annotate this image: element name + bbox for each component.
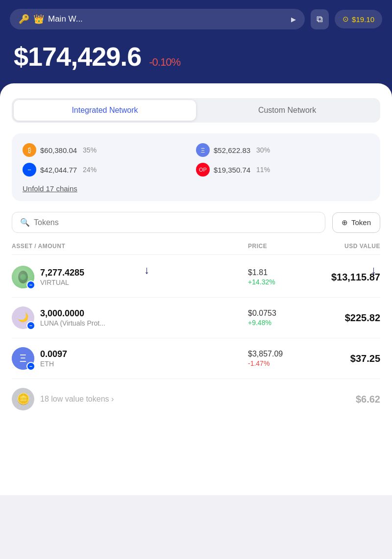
- chain-grid: ₿ $60,380.04 35% Ξ $52,622.83 30% − $42,…: [23, 143, 369, 177]
- total-balance: $174,429.6 -0.10%: [14, 41, 378, 72]
- luna-price-change: +9.48%: [248, 319, 317, 327]
- chain-breakdown: ₿ $60,380.04 35% Ξ $52,622.83 30% − $42,…: [12, 133, 380, 201]
- luna-usd-value: $225.82: [317, 312, 380, 324]
- token-row-luna[interactable]: 🌙 − 3,000.0000 LUNA (Virtuals Prot... $0…: [12, 298, 380, 338]
- base-pct: 24%: [83, 166, 97, 174]
- eth-badge-icon: −: [29, 364, 32, 369]
- op-pct: 11%: [256, 166, 270, 174]
- virtual-icon-wrap: −: [12, 266, 34, 288]
- eth-info: 0.0097 ETH: [40, 349, 67, 368]
- col-header-asset: ASSET / AMOUNT: [12, 243, 248, 250]
- arrow-indicator-usd: ↓: [371, 264, 376, 277]
- eth-price-value: $3,857.09: [248, 350, 317, 358]
- token-row-virtual[interactable]: ↓ ↓ − 7,277.4285 VIRTUAL: [12, 257, 380, 298]
- token-row-eth[interactable]: Ξ − 0.0097 ETH $3,857.09 -1.47% $37.25: [12, 338, 380, 379]
- luna-price-value: $0.0753: [248, 309, 317, 318]
- chain-item-btc: ₿ $60,380.04 35%: [23, 143, 196, 157]
- token-asset-luna: 🌙 − 3,000.0000 LUNA (Virtuals Prot...: [12, 306, 248, 329]
- key-icon: 🔑: [19, 14, 29, 25]
- eth-usd-value: $37.25: [317, 353, 380, 364]
- base-icon: −: [23, 163, 36, 177]
- btc-icon: ₿: [23, 143, 36, 157]
- tab-integrated-network[interactable]: Integrated Network: [14, 100, 196, 121]
- low-value-usd: $6.62: [356, 394, 380, 405]
- copy-button[interactable]: ⧉: [311, 9, 329, 29]
- base-amount: $42,044.77: [40, 166, 77, 174]
- eth-chain-badge: −: [26, 362, 35, 371]
- wallet-selector-button[interactable]: 🔑 👑 Main W... ▶: [10, 9, 305, 29]
- base-badge-icon: −: [29, 282, 32, 288]
- search-input[interactable]: [34, 218, 317, 227]
- luna-icon-wrap: 🌙 −: [12, 306, 34, 329]
- virtual-info: 7,277.4285 VIRTUAL: [40, 268, 84, 286]
- virtual-amount: 7,277.4285: [40, 268, 84, 278]
- chain-item-op: OP $19,350.74 11%: [196, 163, 369, 177]
- gas-balance-button[interactable]: ⊙ $19.10: [335, 10, 382, 28]
- luna-price: $0.0753 +9.48%: [248, 309, 317, 327]
- chain-item-base: − $42,044.77 24%: [23, 163, 196, 177]
- eth-chain-icon: Ξ: [196, 143, 210, 157]
- luna-info: 3,000.0000 LUNA (Virtuals Prot...: [40, 308, 105, 327]
- op-amount: $19,350.74: [214, 166, 250, 174]
- luna-badge-icon: −: [29, 323, 32, 329]
- top-header: 🔑 👑 Main W... ▶ ⧉ ⊙ $19.10: [0, 0, 392, 36]
- tab-custom-network[interactable]: Custom Network: [196, 100, 378, 121]
- chain-item-eth: Ξ $52,622.83 30%: [196, 143, 369, 157]
- svg-point-1: [18, 271, 28, 283]
- token-asset-eth: Ξ − 0.0097 ETH: [12, 347, 248, 370]
- col-header-price: PRICE: [248, 243, 317, 250]
- luna-amount: 3,000.0000: [40, 308, 105, 319]
- search-input-wrap: 🔍: [12, 212, 325, 233]
- column-headers: ASSET / AMOUNT PRICE USD VALUE: [12, 243, 380, 255]
- eth-price-change: -1.47%: [248, 359, 317, 367]
- search-row: 🔍 ⊕ Token: [12, 212, 380, 233]
- svg-text:🌙: 🌙: [18, 312, 29, 323]
- btc-amount: $60,380.04: [40, 146, 77, 154]
- total-balance-value: $174,429.6: [14, 41, 141, 72]
- token-asset-virtual: − 7,277.4285 VIRTUAL: [12, 266, 248, 288]
- arrow-indicator-amount: ↓: [144, 264, 149, 277]
- luna-chain-badge: −: [26, 321, 35, 330]
- eth-price: $3,857.09 -1.47%: [248, 350, 317, 367]
- virtual-chain-badge: −: [26, 280, 35, 289]
- balance-change-value: -0.10%: [149, 56, 180, 69]
- virtual-price-value: $1.81: [248, 268, 317, 277]
- wallet-name-label: Main W...: [48, 14, 83, 24]
- luna-symbol: LUNA (Virtuals Prot...: [40, 319, 105, 327]
- add-token-label: Token: [351, 218, 371, 227]
- search-icon: 🔍: [20, 218, 30, 227]
- gas-balance-value: $19.10: [352, 15, 374, 24]
- low-value-label: 18 low value tokens ›: [40, 395, 356, 404]
- col-header-usd: USD VALUE: [317, 243, 380, 250]
- eth-icon-wrap: Ξ −: [12, 347, 34, 370]
- svg-text:Ξ: Ξ: [20, 352, 26, 364]
- virtual-price-change: +14.32%: [248, 278, 317, 286]
- gas-icon: ⊙: [343, 15, 349, 24]
- network-tabs: Integrated Network Custom Network: [12, 98, 380, 123]
- main-card: Integrated Network Custom Network ₿ $60,…: [0, 83, 392, 495]
- coins-icon: 🪙: [17, 393, 30, 406]
- eth-chain-amount: $52,622.83: [214, 146, 250, 154]
- add-token-button[interactable]: ⊕ Token: [332, 212, 380, 233]
- op-icon: OP: [196, 163, 210, 177]
- virtual-symbol: VIRTUAL: [40, 279, 84, 286]
- unfold-chains-button[interactable]: Unfold 17 chains: [23, 184, 77, 193]
- low-value-tokens-row[interactable]: 🪙 18 low value tokens › $6.62: [12, 379, 380, 419]
- svg-point-2: [20, 274, 26, 280]
- low-value-icon: 🪙: [12, 388, 34, 410]
- play-icon: ▶: [291, 16, 296, 23]
- plus-circle-icon: ⊕: [342, 218, 348, 227]
- eth-symbol: ETH: [40, 360, 67, 368]
- btc-pct: 35%: [83, 146, 97, 154]
- crown-icon: 👑: [33, 14, 44, 25]
- eth-chain-pct: 30%: [256, 146, 270, 154]
- eth-amount: 0.0097: [40, 349, 67, 359]
- virtual-price: $1.81 +14.32%: [248, 268, 317, 286]
